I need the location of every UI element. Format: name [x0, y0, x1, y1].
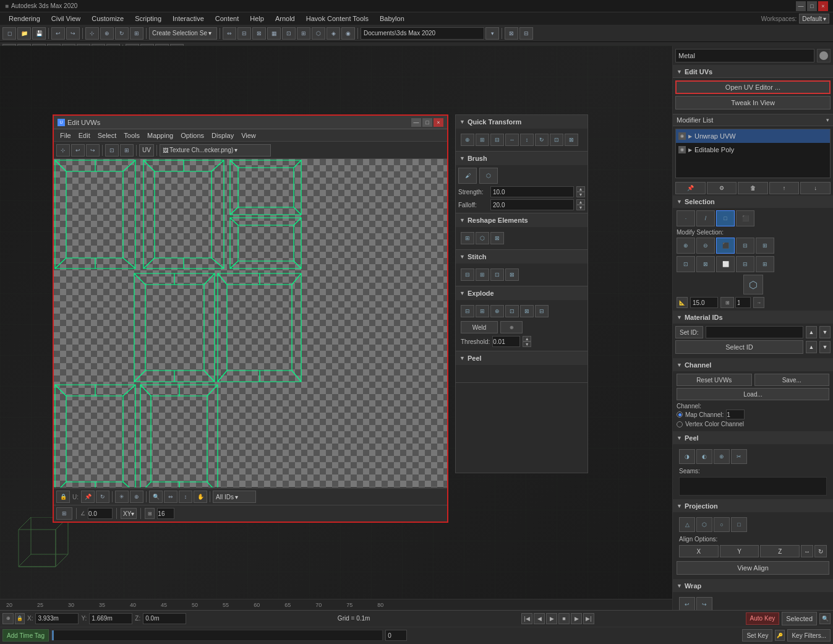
falloff-input[interactable] [490, 199, 574, 210]
strength-input[interactable] [490, 186, 574, 197]
uvws-hand[interactable]: ✋ [194, 491, 207, 503]
edit-uvs-rollup-header[interactable]: ▼ Edit UVs [673, 66, 833, 78]
y-input[interactable]: 1.669m [89, 613, 132, 624]
qt-btn-1[interactable]: ⊕ [461, 134, 474, 146]
stitch-btn-4[interactable]: ⊠ [505, 268, 519, 281]
y-align-btn[interactable]: Y [720, 545, 759, 557]
cube-icon-btn[interactable]: ⬡ [743, 275, 763, 294]
mod-configure-btn[interactable]: ⚙ [707, 182, 737, 194]
qt-btn-3[interactable]: ⊟ [490, 134, 504, 146]
proj-icon-3[interactable]: ○ [714, 517, 730, 532]
tb-align2[interactable]: ⊠ [252, 27, 266, 40]
mod-sel-edge-sel[interactable]: ⊟ [736, 238, 754, 254]
modifier-unwrap-uvw[interactable]: ◉ ▶ Unwrap UVW [676, 129, 830, 143]
stitch-btn-2[interactable]: ⊞ [476, 268, 489, 281]
sel-icon-4[interactable]: ⊟ [736, 256, 754, 272]
play-btn[interactable]: ▶ [546, 613, 557, 624]
tb-move[interactable]: ⊕ [100, 27, 114, 40]
threshold-down[interactable]: ▼ [523, 341, 531, 347]
qt-btn-2[interactable]: ⊞ [476, 134, 489, 146]
load-channel-btn[interactable]: Load... [677, 388, 829, 400]
weld-btn[interactable]: Weld [461, 321, 498, 333]
tb-open[interactable]: 📁 [17, 27, 31, 40]
qt-btn-6[interactable]: ↻ [535, 134, 549, 146]
grid-size-input[interactable] [157, 508, 174, 519]
tb-new[interactable]: ◻ [2, 27, 16, 40]
uvws-menu-edit[interactable]: Edit [75, 131, 94, 140]
tb-extra2[interactable]: ⊟ [519, 27, 533, 40]
select-id-down[interactable]: ▼ [819, 341, 831, 353]
menu-customize[interactable]: Customize [87, 14, 129, 24]
explode-btn-4[interactable]: ⊡ [505, 305, 519, 317]
grid-btn[interactable]: ⊞ [145, 508, 155, 519]
menu-help[interactable]: Help [245, 14, 269, 24]
tb-render2[interactable]: ◉ [341, 27, 355, 40]
next-frame-btn[interactable]: ▶ [571, 613, 582, 624]
uvws-minimize[interactable]: — [411, 118, 421, 127]
weld-icon-btn[interactable]: ⊕ [500, 321, 523, 333]
uvws-pin[interactable]: 📌 [81, 491, 95, 503]
strength-down[interactable]: ▼ [576, 192, 585, 197]
material-ids-header[interactable]: ▼ Material IDs [673, 311, 833, 324]
strength-up[interactable]: ▲ [576, 186, 585, 192]
uvws-restore[interactable]: □ [422, 118, 432, 127]
coord-type-btn[interactable]: ⊕ [2, 613, 14, 624]
file-path-field[interactable]: Documents\3ds Max 2020 [361, 27, 484, 40]
tb-undo[interactable]: ↩ [51, 27, 65, 40]
map-channel-radio[interactable] [677, 411, 683, 418]
uvws-menu-select[interactable]: Select [94, 131, 121, 140]
uvws-tb-undo[interactable]: ↩ [71, 144, 85, 157]
flip-icon-btn[interactable]: ↔ [801, 545, 813, 557]
peel-icon-2[interactable]: ◐ [696, 449, 712, 464]
tb-save[interactable]: 💾 [32, 27, 46, 40]
prev-key-btn[interactable]: |◀ [521, 613, 532, 624]
grid-icon-btn[interactable]: ⊞ [720, 297, 734, 308]
qt-btn-8[interactable]: ⊠ [565, 134, 578, 146]
threshold-input[interactable] [492, 336, 520, 347]
search-btn[interactable]: 🔍 [819, 613, 831, 624]
stitch-btn-3[interactable]: ⊡ [490, 268, 504, 281]
uvws-radial1[interactable]: ✳ [115, 491, 129, 503]
explode-btn-5[interactable]: ⊠ [520, 305, 534, 317]
set-id-input[interactable] [706, 326, 803, 338]
proj-icon-2[interactable]: ⬡ [696, 517, 712, 532]
texture-channel-dropdown[interactable]: 🖼 Texture Ch...ecker.png) ▾ [160, 144, 271, 157]
uvws-menu-mapping[interactable]: Mapping [143, 131, 177, 140]
reshape-btn-1[interactable]: ⊞ [461, 232, 474, 244]
menu-babylon[interactable]: Babylon [375, 14, 409, 24]
uvws-tb-mirror[interactable]: ⊞ [120, 144, 134, 157]
mod-eye-epoly[interactable]: ◉ [678, 146, 686, 153]
selection-rollup-header[interactable]: ▼ Selection [673, 195, 833, 208]
axis-dropdown[interactable]: XY ▾ [121, 508, 137, 519]
sel-poly[interactable]: □ [716, 210, 735, 226]
reshape-btn-3[interactable]: ⊠ [490, 232, 504, 244]
add-time-tag[interactable]: Add Time Tag [2, 629, 49, 642]
wrap-icon-2[interactable]: ↪ [696, 597, 712, 610]
vertex-color-radio[interactable] [677, 421, 683, 427]
channel-header[interactable]: ▼ Channel [673, 359, 833, 371]
falloff-up[interactable]: ▲ [576, 199, 585, 205]
uvws-lock[interactable]: 🔒 [56, 491, 70, 503]
measure-input2[interactable] [735, 297, 751, 308]
map-channel-input[interactable] [726, 410, 745, 419]
menu-havok[interactable]: Havok Content Tools [301, 14, 374, 24]
reset-uvws-btn[interactable]: Reset UVWs [677, 374, 752, 386]
mod-sel-grow[interactable]: ⊕ [677, 238, 695, 254]
tb-scale[interactable]: ⊞ [130, 27, 143, 40]
quick-transform-header[interactable]: ▼ Quick Transform [456, 115, 587, 129]
tb-extra1[interactable]: ⊠ [505, 27, 518, 40]
menu-civil-view[interactable]: Civil View [46, 14, 85, 24]
brush-icon-2[interactable]: ⬡ [479, 168, 498, 184]
save-channel-btn[interactable]: Save... [754, 374, 830, 386]
frame-field[interactable]: 0 [385, 630, 407, 641]
wrap-header[interactable]: ▼ Wrap [673, 580, 833, 592]
explode-header[interactable]: ▼ Explode [456, 286, 587, 300]
tb-material[interactable]: ⬡ [312, 27, 325, 40]
sel-icon-1[interactable]: ⊡ [677, 256, 695, 272]
uvws-menu-file[interactable]: File [56, 131, 75, 140]
mod-pin-btn[interactable]: 📌 [675, 182, 706, 194]
select-id-up[interactable]: ▲ [806, 341, 817, 353]
tb-select[interactable]: ⊹ [85, 27, 99, 40]
tweak-in-view-btn[interactable]: Tweak In View [675, 96, 831, 109]
qt-btn-7[interactable]: ⊡ [550, 134, 563, 146]
